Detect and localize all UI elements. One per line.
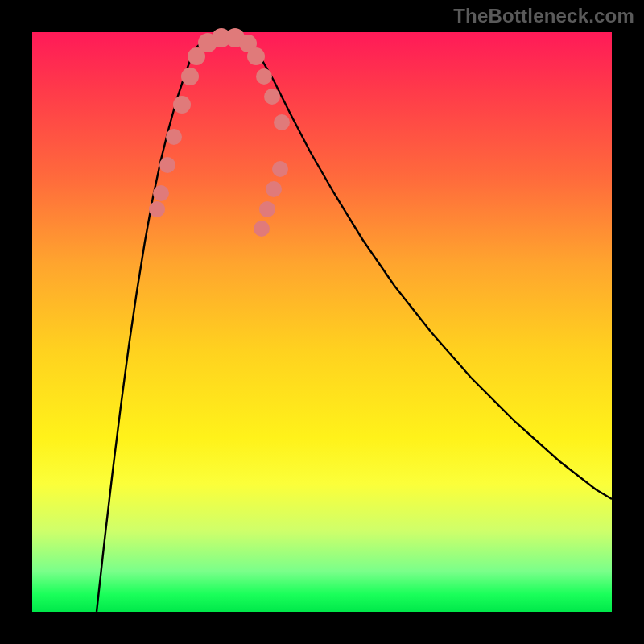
curve-svg — [32, 32, 612, 612]
marker-dot — [274, 114, 290, 130]
marker-dot — [181, 68, 199, 85]
marker-dot — [149, 201, 165, 217]
marker-dot — [159, 157, 175, 173]
marker-dot — [254, 221, 270, 237]
marker-dot — [166, 129, 182, 145]
marker-dot — [259, 201, 275, 217]
marker-dot — [173, 96, 191, 114]
plot-area — [32, 32, 612, 612]
marker-dot — [272, 161, 288, 177]
marker-dot — [256, 68, 272, 85]
marker-dot — [153, 185, 169, 201]
marker-dot — [264, 89, 280, 105]
chart-frame: TheBottleneck.com — [0, 0, 644, 644]
marker-dot — [247, 47, 265, 65]
curve-markers — [149, 28, 290, 237]
marker-dot — [266, 181, 282, 197]
bottleneck-curve — [97, 34, 612, 612]
watermark-text: TheBottleneck.com — [453, 5, 634, 27]
